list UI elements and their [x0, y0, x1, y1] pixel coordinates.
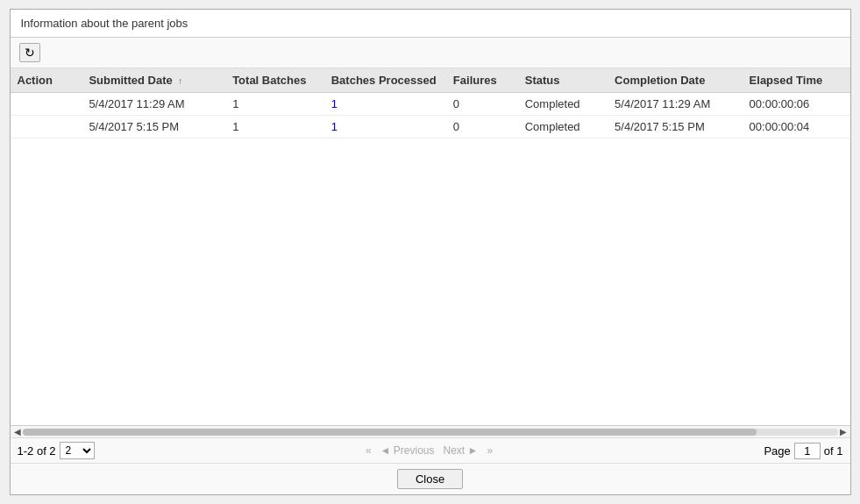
pagination-left: 1-2 of 2 2 10 25 50	[18, 442, 95, 459]
col-header-total-batches: Total Batches	[225, 68, 324, 93]
page-label: Page	[764, 444, 790, 458]
data-table: Action Submitted Date ↑ Total Batches Ba…	[11, 68, 850, 138]
cell-submitted_date: 5/4/2017 11:29 AM	[82, 93, 225, 116]
cell-failures: 0	[446, 116, 518, 138]
first-page-button[interactable]: «	[363, 444, 374, 458]
toolbar: ↻	[11, 38, 850, 68]
table-row: 5/4/2017 5:15 PM110Completed5/4/2017 5:1…	[11, 116, 850, 138]
cell-action	[11, 93, 82, 116]
table-body: 5/4/2017 11:29 AM110Completed5/4/2017 11…	[11, 93, 850, 138]
footer-bar: Close	[11, 463, 850, 494]
refresh-button[interactable]: ↻	[19, 43, 40, 62]
pagination-right: Page of 1	[764, 443, 842, 459]
scrollbar-track[interactable]	[23, 429, 838, 436]
cell-total_batches: 1	[225, 93, 324, 116]
dialog: Information about the parent jobs ↻ Acti…	[10, 9, 851, 495]
cell-batches_processed[interactable]: 1	[324, 116, 446, 138]
col-header-failures: Failures	[446, 68, 518, 93]
col-header-action: Action	[11, 68, 82, 93]
table-row: 5/4/2017 11:29 AM110Completed5/4/2017 11…	[11, 93, 850, 116]
cell-total_batches: 1	[225, 116, 324, 138]
of-label: of 1	[824, 444, 843, 458]
scroll-right-arrow[interactable]: ▶	[838, 427, 849, 437]
cell-action	[11, 116, 82, 138]
dialog-title: Information about the parent jobs	[11, 10, 850, 38]
close-button[interactable]: Close	[397, 469, 463, 489]
refresh-icon: ↻	[25, 46, 35, 60]
cell-submitted_date: 5/4/2017 5:15 PM	[82, 116, 225, 138]
col-header-batches-processed: Batches Processed	[324, 68, 446, 93]
page-count-select[interactable]: 2 10 25 50	[60, 442, 95, 459]
scroll-left-arrow[interactable]: ◀	[12, 427, 23, 437]
cell-batches_processed[interactable]: 1	[324, 93, 446, 116]
pagination-center: « ◄ Previous Next ► »	[363, 444, 495, 458]
last-page-button[interactable]: »	[484, 444, 495, 458]
prev-page-button[interactable]: ◄ Previous	[378, 444, 437, 458]
table-container: Action Submitted Date ↑ Total Batches Ba…	[11, 68, 850, 425]
table-header-row: Action Submitted Date ↑ Total Batches Ba…	[11, 68, 850, 93]
col-header-status: Status	[518, 68, 608, 93]
next-page-button[interactable]: Next ►	[441, 444, 481, 458]
scrollbar-thumb[interactable]	[23, 429, 757, 436]
sort-indicator-submitted: ↑	[178, 76, 182, 86]
range-label: 1-2 of 2	[18, 444, 56, 458]
cell-elapsed_time: 00:00:00:06	[743, 93, 850, 116]
cell-elapsed_time: 00:00:00:04	[743, 116, 850, 138]
cell-completion_date: 5/4/2017 11:29 AM	[608, 93, 743, 116]
cell-completion_date: 5/4/2017 5:15 PM	[608, 116, 743, 138]
scrollbar-container[interactable]: ◀ ▶	[11, 425, 850, 437]
pagination-bar: 1-2 of 2 2 10 25 50 « ◄ Previous Next ► …	[11, 437, 850, 463]
col-header-completion-date: Completion Date	[608, 68, 743, 93]
cell-status: Completed	[518, 116, 608, 138]
page-input[interactable]	[794, 443, 821, 459]
col-header-submitted-date[interactable]: Submitted Date ↑	[82, 68, 225, 93]
cell-status: Completed	[518, 93, 608, 116]
col-header-elapsed-time: Elapsed Time	[743, 68, 850, 93]
cell-failures: 0	[446, 93, 518, 116]
